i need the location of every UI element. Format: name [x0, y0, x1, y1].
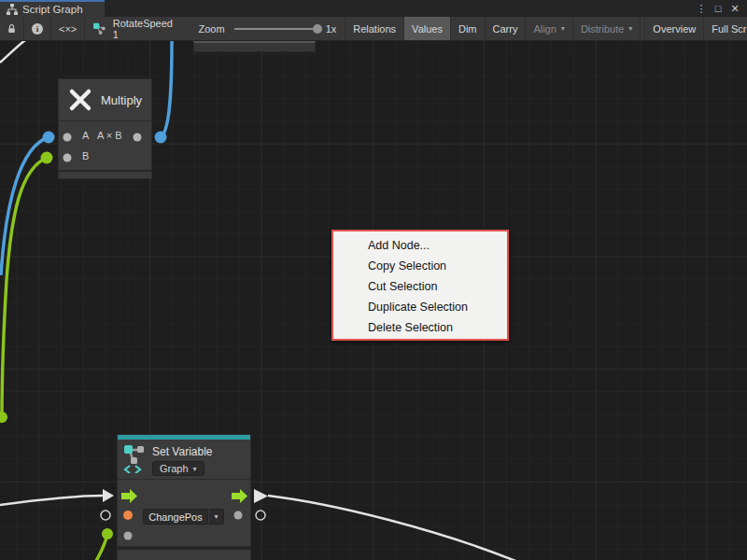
multiply-node-body: A A × B B — [59, 121, 151, 170]
dim-button[interactable]: Dim — [451, 17, 486, 40]
breadcrumb-label: RotateSpeed 1 — [113, 18, 175, 40]
script-graph-window: Multiply A A × B B Set Variable Graph ▾ — [0, 0, 747, 560]
menu-item-copy-selection[interactable]: Copy Selection — [333, 256, 507, 276]
close-icon[interactable]: ✕ — [728, 1, 741, 16]
window-controls: ⋮ □ ✕ — [695, 0, 747, 17]
distribute-dropdown[interactable]: Distribute ▾ — [573, 17, 641, 40]
code-toggle-icon: <×> — [59, 23, 77, 35]
variable-name-value: ChangePos — [148, 511, 203, 523]
set-variable-body: ChangePos ▾ — [118, 480, 250, 546]
full-screen-button[interactable]: Full Screen — [704, 17, 747, 40]
align-label: Align — [533, 23, 556, 35]
code-toggle-button[interactable]: <×> — [51, 17, 85, 40]
zoom-label: Zoom — [199, 23, 225, 35]
values-button[interactable]: Values — [404, 17, 451, 40]
lock-button[interactable] — [0, 17, 24, 40]
menu-item-cut-selection[interactable]: Cut Selection — [333, 276, 507, 297]
variable-name-caret-button[interactable]: ▾ — [208, 509, 224, 525]
port-label-b: B — [82, 150, 89, 161]
chevron-down-icon: ▾ — [628, 24, 632, 33]
tab-label: Script Graph — [22, 4, 83, 15]
info-icon: i — [32, 23, 43, 35]
graph-asset-icon — [7, 4, 18, 15]
zoom-level: 1x — [326, 23, 337, 35]
multiply-icon — [68, 88, 92, 112]
align-dropdown[interactable]: Align ▾ — [526, 17, 572, 40]
zoom-control: Zoom 1x — [184, 17, 343, 40]
set-variable-header[interactable]: Set Variable Graph ▾ — [118, 440, 250, 480]
partial-node-under-toolbar[interactable] — [193, 41, 316, 52]
lock-icon — [7, 23, 16, 35]
multiply-node[interactable]: Multiply A A × B B — [58, 78, 152, 179]
chevron-down-icon: ▾ — [193, 465, 197, 473]
carry-button[interactable]: Carry — [486, 17, 527, 40]
port-label-result: A × B — [97, 130, 122, 141]
variable-scope-dropdown[interactable]: Graph ▾ — [152, 461, 204, 476]
tab-bar: Script Graph ⋮ □ ✕ — [0, 0, 747, 17]
maximize-icon[interactable]: □ — [712, 1, 725, 16]
set-variable-footer — [118, 550, 250, 560]
menu-item-delete-selection[interactable]: Delete Selection — [333, 317, 507, 338]
set-variable-node[interactable]: Set Variable Graph ▾ ChangePos ▾ — [117, 434, 251, 560]
chevron-down-icon: ▾ — [214, 512, 218, 521]
distribute-label: Distribute — [581, 23, 624, 35]
relations-button[interactable]: Relations — [345, 17, 404, 40]
set-variable-title: Set Variable — [152, 445, 212, 458]
context-menu: Add Node... Copy Selection Cut Selection… — [331, 230, 509, 341]
variable-name-dropdown[interactable]: ChangePos — [143, 509, 208, 525]
zoom-slider-handle[interactable] — [313, 24, 322, 34]
info-button[interactable]: i — [24, 17, 51, 40]
multiply-node-header[interactable]: Multiply — [59, 79, 151, 121]
toolbar-buttons: Relations Values Dim Carry Align ▾ Distr… — [345, 17, 747, 40]
chevron-down-icon: ▾ — [561, 24, 565, 33]
variable-scope-value: Graph — [160, 463, 189, 474]
multiply-node-footer — [59, 170, 151, 178]
multiply-node-title: Multiply — [101, 93, 142, 107]
graph-toolbar: i <×> RotateSpeed 1 Zoom 1x Relations Va… — [0, 17, 747, 41]
overview-button[interactable]: Overview — [644, 17, 704, 40]
graph-breadcrumb[interactable]: RotateSpeed 1 — [85, 17, 183, 40]
zoom-slider[interactable] — [234, 28, 320, 30]
tab-script-graph[interactable]: Script Graph — [0, 0, 105, 17]
graph-node-icon — [93, 22, 106, 35]
window-menu-icon[interactable]: ⋮ — [695, 1, 708, 16]
menu-item-duplicate-selection[interactable]: Duplicate Selection — [333, 297, 507, 317]
menu-item-add-node[interactable]: Add Node... — [333, 235, 507, 256]
set-variable-icon — [123, 443, 146, 473]
port-label-a: A — [82, 130, 89, 141]
